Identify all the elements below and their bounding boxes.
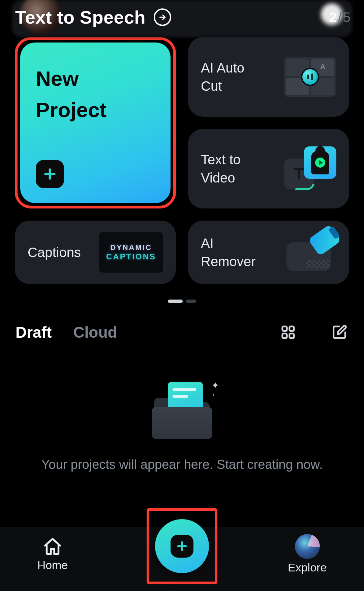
text-to-video-thumb: T <box>284 148 336 189</box>
svg-rect-0 <box>282 327 287 331</box>
dot-inactive <box>186 300 196 303</box>
nav-home-label: Home <box>37 559 68 572</box>
page-title[interactable]: Text to Speech <box>15 7 171 28</box>
svg-rect-3 <box>290 334 294 338</box>
fab-create[interactable] <box>155 519 209 573</box>
play-icon <box>315 158 325 168</box>
nav-explore[interactable]: Explore <box>288 534 327 574</box>
empty-state-text: Your projects will appear here. Start cr… <box>41 457 323 472</box>
counter-total: 5 <box>343 10 351 25</box>
page-counter: 2 / 5 <box>329 10 351 25</box>
home-icon <box>42 536 63 557</box>
counter-current: 2 <box>329 10 336 25</box>
tile-new-project[interactable]: New Project <box>20 43 171 203</box>
tab-draft[interactable]: Draft <box>16 323 52 341</box>
plus-icon <box>171 535 193 558</box>
tab-cloud[interactable]: Cloud <box>73 323 117 341</box>
explore-avatar-icon <box>295 534 320 559</box>
tile-ai-remover[interactable]: AI Remover <box>188 221 349 284</box>
ai-remover-thumb <box>284 232 336 273</box>
counter-slash: / <box>338 10 342 25</box>
svg-rect-2 <box>282 334 287 338</box>
page-indicator <box>0 300 364 303</box>
tile-captions-label: Captions <box>28 243 81 261</box>
tile-ai-auto-cut[interactable]: AI Auto Cut <box>188 37 349 117</box>
tile-new-project-label: New Project <box>36 63 155 125</box>
arrow-right-circle-icon[interactable] <box>154 8 171 26</box>
dot-active <box>168 300 183 303</box>
svg-rect-1 <box>290 327 294 331</box>
page-title-text: Text to Speech <box>15 7 146 28</box>
ai-auto-cut-thumb <box>284 57 336 97</box>
tile-text-to-video-label: Text to Video <box>201 150 241 187</box>
orb-icon <box>301 68 319 86</box>
tile-ai-auto-cut-label: AI Auto Cut <box>201 59 244 95</box>
nav-home[interactable]: Home <box>37 536 68 572</box>
nav-explore-label: Explore <box>288 561 327 574</box>
empty-folder-icon: ✦ • <box>152 382 212 439</box>
tile-ai-remover-label: AI Remover <box>201 234 255 271</box>
highlight-frame-new-project: New Project <box>15 37 176 208</box>
grid-view-icon[interactable] <box>279 323 297 341</box>
edit-icon[interactable] <box>330 323 348 341</box>
tile-text-to-video[interactable]: Text to Video T <box>188 129 349 208</box>
action-grid: New Project AI Auto Cut Text to Video T … <box>0 37 364 284</box>
plus-icon <box>36 160 64 188</box>
empty-state: ✦ • Your projects will appear here. Star… <box>0 382 364 472</box>
highlight-frame-fab <box>147 508 217 584</box>
tile-captions[interactable]: Captions DYNAMIC CAPTIONS <box>15 221 176 284</box>
captions-thumb: DYNAMIC CAPTIONS <box>99 232 163 273</box>
